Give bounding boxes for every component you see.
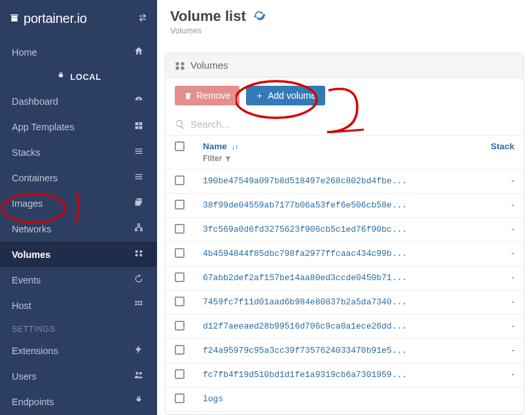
exchange-icon (137, 12, 148, 23)
search-input[interactable] (190, 118, 514, 130)
volume-stack-cell: - (478, 194, 523, 218)
volume-name-link[interactable]: 7459fc7f11d01aad6b984e80837b2a5da7340... (203, 297, 407, 307)
sidebar-item-label: Extensions (12, 346, 58, 356)
table-row: 190be47549a097b8d518497e268c802bd4fbe...… (166, 170, 523, 194)
volume-name-link[interactable]: 3fc569a0d6fd3275623f906cb5c1ed76f90bc... (203, 225, 407, 234)
volume-name-link[interactable]: 67abb2def2af157be14aa80ed3ccde0450b71... (203, 273, 407, 283)
sidebar-item-containers[interactable]: Containers (0, 165, 157, 190)
sidebar-nav: Home LOCAL DashboardApp TemplatesStacksC… (0, 37, 157, 415)
sidebar-section-label: LOCAL (70, 72, 101, 82)
table-row: fc7fb4f19d510bd1d1fe1a9319cb6a7301959...… (166, 363, 523, 388)
plus-icon (255, 92, 264, 100)
table-row: 38f99de04559ab7177b06a53fef6e506cb58e...… (166, 194, 523, 218)
volume-name-link[interactable]: f24a95979c95a3cc39f7357624033470b91e5... (203, 346, 407, 355)
sidebar-item-stacks[interactable]: Stacks (0, 139, 157, 165)
row-checkbox[interactable] (175, 248, 185, 258)
row-checkbox[interactable] (175, 321, 185, 331)
plug-icon (56, 71, 66, 82)
volume-name-link[interactable]: d12f7aeeaed28b99516d706c9ca0a1ece26dd... (203, 321, 407, 331)
column-stack-header[interactable]: Stack (478, 135, 523, 170)
column-name-label: Name (203, 141, 227, 151)
refresh-icon (253, 9, 266, 22)
sidebar-item-label: Dashboard (12, 96, 58, 107)
table-row: f24a95979c95a3cc39f7357624033470b91e5...… (166, 339, 523, 363)
sidebar-item-events[interactable]: Events (0, 267, 157, 293)
search-row (166, 113, 523, 135)
sidebar-item-label: Networks (12, 224, 51, 234)
sidebar-header: portainer.io (0, 0, 157, 37)
sidebar-item-networks[interactable]: Networks (0, 216, 157, 242)
sidebar-item-host[interactable]: Host (0, 293, 157, 318)
volume-stack-cell: - (478, 315, 523, 339)
row-checkbox[interactable] (175, 393, 185, 403)
table-row: 3fc569a0d6fd3275623f906cb5c1ed76f90bc...… (166, 218, 523, 242)
volumes-panel: Volumes Remove Add volume (165, 52, 524, 415)
row-checkbox[interactable] (175, 369, 185, 379)
sidebar-item-label: Images (12, 198, 43, 209)
volumes-table-wrap: Name ↓↑ Filter Stack 190be47549a097b8d51… (166, 135, 523, 414)
column-name-header[interactable]: Name ↓↑ Filter (194, 135, 478, 170)
sitemap-icon (132, 223, 145, 235)
sidebar-item-app-templates[interactable]: App Templates (0, 114, 157, 139)
row-checkbox[interactable] (175, 224, 185, 234)
row-checkbox[interactable] (175, 175, 185, 185)
add-volume-button-label: Add volume (268, 90, 316, 101)
svg-point-2 (135, 254, 138, 257)
plug-icon (132, 395, 145, 408)
volume-stack-cell: - (478, 363, 523, 388)
grid-icon (132, 299, 145, 312)
sidebar-item-home[interactable]: Home (0, 39, 157, 65)
portainer-logo-icon (9, 13, 20, 24)
sidebar-item-label: Volumes (12, 249, 50, 260)
filter-control[interactable]: Filter (203, 154, 469, 163)
volume-name-link[interactable]: logs (203, 394, 223, 404)
sidebar-collapse-button[interactable] (137, 12, 148, 25)
history-icon (132, 274, 145, 286)
table-row: d12f7aeeaed28b99516d706c9ca0a1ece26dd...… (166, 315, 523, 339)
volume-stack-cell: - (478, 339, 523, 363)
row-checkbox[interactable] (175, 345, 185, 355)
sidebar-item-label: Containers (12, 173, 58, 183)
sidebar-item-extensions[interactable]: Extensions (0, 338, 157, 363)
svg-point-3 (139, 254, 142, 257)
sidebar-item-volumes[interactable]: Volumes (0, 242, 157, 267)
trash-icon (184, 92, 192, 100)
sidebar-item-label: Home (12, 47, 37, 58)
volume-name-link[interactable]: 38f99de04559ab7177b06a53fef6e506cb58e... (203, 200, 407, 210)
sidebar-item-label: Host (12, 300, 31, 311)
volume-name-link[interactable]: 4b4594844f85dbc798fa2977ffcaac434c99b... (203, 249, 407, 259)
sidebar-item-users[interactable]: Users (0, 363, 157, 389)
brand-text: portainer.io (24, 11, 87, 26)
table-row: 4b4594844f85dbc798fa2977ffcaac434c99b...… (166, 242, 523, 266)
sidebar-item-endpoints[interactable]: Endpoints (0, 389, 157, 414)
volume-name-link[interactable]: fc7fb4f19d510bd1d1fe1a9319cb6a7301959... (203, 370, 407, 380)
volume-stack-cell: - (478, 218, 523, 242)
home-icon (132, 46, 145, 58)
column-stack-label: Stack (491, 141, 514, 151)
clone-icon (132, 197, 145, 209)
remove-button[interactable]: Remove (175, 86, 239, 105)
filter-icon (224, 155, 232, 162)
logo[interactable]: portainer.io (9, 11, 137, 26)
svg-point-1 (139, 250, 142, 253)
sidebar-item-dashboard[interactable]: Dashboard (0, 88, 157, 114)
panel-toolbar: Remove Add volume (166, 78, 523, 113)
row-checkbox[interactable] (175, 272, 185, 282)
select-all-checkbox[interactable] (175, 141, 185, 151)
refresh-button[interactable] (253, 9, 266, 24)
panel-title: Volumes (190, 60, 228, 71)
table-row: logs (166, 388, 523, 412)
sidebar-item-label: Endpoints (12, 397, 54, 407)
add-volume-button[interactable]: Add volume (246, 86, 325, 105)
sidebar: portainer.io Home LOCAL DashboardApp Tem… (0, 0, 157, 415)
tachometer-icon (132, 95, 145, 107)
volume-name-link[interactable]: 190be47549a097b8d518497e268c802bd4fbe... (203, 176, 407, 186)
volume-stack-cell: - (478, 266, 523, 291)
template-icon (132, 120, 145, 133)
sidebar-item-images[interactable]: Images (0, 190, 157, 216)
sidebar-item-label: Events (12, 275, 41, 285)
row-checkbox[interactable] (175, 200, 185, 209)
page-title: Volume list (170, 8, 246, 25)
volume-icon (132, 248, 145, 261)
row-checkbox[interactable] (175, 297, 185, 306)
